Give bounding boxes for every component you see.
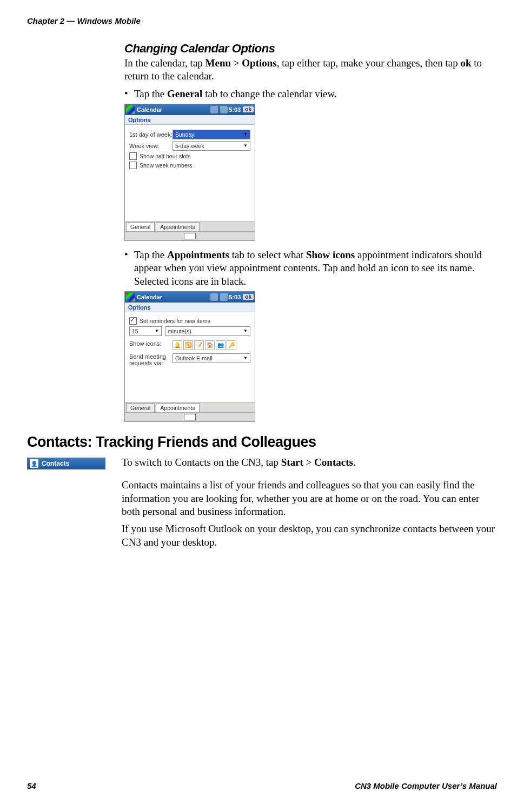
bullet-general: • Tap the General tab to change the cale… bbox=[124, 88, 497, 100]
ok-button[interactable]: ok bbox=[243, 294, 254, 300]
recurring-icon[interactable]: 🔁 bbox=[183, 340, 193, 350]
chevron-down-icon: ▼ bbox=[155, 328, 159, 333]
text: > bbox=[303, 457, 314, 468]
location-icon[interactable]: 🏠 bbox=[205, 340, 215, 350]
clock: 5:03 bbox=[229, 294, 241, 300]
chevron-down-icon: ▼ bbox=[243, 328, 248, 333]
connectivity-icon[interactable] bbox=[210, 293, 218, 301]
bullet-icon: • bbox=[124, 249, 134, 288]
bullet-icon: • bbox=[124, 88, 134, 100]
contacts-p3: If you use Microsoft Outlook on your des… bbox=[122, 522, 497, 549]
contacts-p2: Contacts maintains a list of your friend… bbox=[122, 479, 497, 518]
connectivity-icon[interactable] bbox=[210, 106, 218, 113]
checkbox-icon[interactable] bbox=[129, 162, 137, 169]
text: > bbox=[231, 57, 242, 69]
screenshot-general-tab: Calendar 5:03 ok Options 1st day of week… bbox=[124, 104, 255, 241]
contacts-p1: To switch to Contacts on the CN3, tap St… bbox=[122, 456, 497, 469]
text: tab to select what bbox=[229, 249, 306, 260]
screen-subtitle: Options bbox=[125, 303, 255, 312]
week-view-label: Week view: bbox=[129, 143, 173, 149]
bullet-appointments: • Tap the Appointments tab to select wha… bbox=[124, 249, 497, 288]
reminder-value-select[interactable]: 15▼ bbox=[129, 326, 162, 336]
text: Tap the bbox=[134, 88, 167, 99]
tab-appointments[interactable]: Appointments bbox=[156, 222, 199, 231]
half-hour-label: Show half hour slots bbox=[140, 153, 191, 159]
first-day-value: Sunday bbox=[175, 131, 195, 138]
tab-appointments[interactable]: Appointments bbox=[156, 403, 199, 412]
app-title: Calendar bbox=[137, 294, 162, 300]
section-title-contacts: Contacts: Tracking Friends and Colleague… bbox=[27, 434, 497, 451]
first-day-select[interactable]: Sunday▼ bbox=[173, 130, 250, 139]
sip-bar[interactable] bbox=[125, 231, 255, 240]
start-word: Start bbox=[281, 457, 303, 468]
contacts-icon-label: Contacts bbox=[42, 460, 69, 467]
reminder-unit: minute(s) bbox=[168, 328, 191, 334]
contacts-menu-item[interactable]: 👤 Contacts bbox=[27, 458, 105, 469]
send-via-value: Outlook E-mail bbox=[175, 355, 213, 361]
titlebar: Calendar 5:03 ok bbox=[125, 104, 255, 115]
tab-general[interactable]: General bbox=[126, 222, 155, 231]
section-title-changing-options: Changing Calendar Options bbox=[124, 42, 497, 56]
week-view-value: 5-day week bbox=[175, 143, 204, 149]
start-icon[interactable] bbox=[126, 105, 135, 114]
week-numbers-checkbox-row[interactable]: Show week numbers bbox=[129, 162, 250, 169]
keyboard-icon[interactable] bbox=[184, 233, 196, 239]
options-word: Options bbox=[242, 57, 276, 69]
titlebar: Calendar 5:03 ok bbox=[125, 292, 255, 303]
contacts-word: Contacts bbox=[314, 457, 353, 468]
text: tab to change the calendar view. bbox=[202, 88, 336, 99]
volume-icon[interactable] bbox=[220, 106, 228, 113]
private-icon[interactable]: 🔑 bbox=[227, 340, 236, 350]
set-reminders-label: Set reminders for new items bbox=[140, 318, 210, 324]
chapter-header: Chapter 2 — Windows Mobile bbox=[27, 16, 497, 25]
general-word: General bbox=[167, 88, 202, 99]
appointments-word: Appointments bbox=[167, 249, 229, 260]
chevron-down-icon: ▼ bbox=[243, 355, 248, 360]
screenshot-appointments-tab: Calendar 5:03 ok Options Set reminders f… bbox=[124, 291, 255, 422]
tab-general[interactable]: General bbox=[126, 403, 155, 412]
keyboard-icon[interactable] bbox=[184, 414, 196, 420]
attendees-icon[interactable]: 👥 bbox=[216, 340, 225, 350]
chevron-down-icon: ▼ bbox=[243, 143, 248, 148]
text: . bbox=[353, 457, 356, 468]
contacts-icon: 👤 bbox=[30, 459, 38, 468]
ok-button[interactable]: ok bbox=[243, 106, 254, 112]
first-day-label: 1st day of week: bbox=[129, 131, 173, 138]
send-label-2: requests via: bbox=[129, 360, 163, 366]
chevron-down-icon: ▼ bbox=[243, 132, 248, 137]
volume-icon[interactable] bbox=[220, 293, 228, 301]
week-numbers-label: Show week numbers bbox=[140, 162, 192, 169]
text: To switch to Contacts on the CN3, tap bbox=[122, 457, 281, 468]
checkbox-icon[interactable] bbox=[129, 152, 137, 160]
checkbox-icon[interactable] bbox=[129, 317, 137, 325]
text: In the calendar, tap bbox=[124, 57, 205, 69]
week-view-select[interactable]: 5-day week▼ bbox=[173, 141, 250, 151]
page-number: 54 bbox=[27, 781, 36, 790]
send-label-1: Send meeting bbox=[129, 353, 166, 360]
send-via-select[interactable]: Outlook E-mail▼ bbox=[173, 353, 250, 363]
manual-title: CN3 Mobile Computer User’s Manual bbox=[355, 781, 497, 790]
reminder-icon[interactable]: 🔔 bbox=[173, 340, 182, 350]
menu-word: Menu bbox=[205, 57, 231, 69]
sip-bar[interactable] bbox=[125, 412, 255, 421]
half-hour-checkbox-row[interactable]: Show half hour slots bbox=[129, 152, 250, 160]
start-icon[interactable] bbox=[126, 293, 135, 301]
show-icons-label: Show icons: bbox=[129, 340, 173, 347]
text: Tap the bbox=[134, 249, 167, 260]
intro-paragraph: In the calendar, tap Menu > Options, tap… bbox=[124, 57, 497, 83]
icon-selector[interactable]: 🔔 🔁 📝 🏠 👥 🔑 bbox=[173, 340, 236, 350]
reminder-value: 15 bbox=[132, 328, 138, 334]
show-icons-word: Show icons bbox=[306, 249, 355, 260]
ok-word: ok bbox=[461, 57, 472, 69]
text: , tap either tap, make your changes, the… bbox=[277, 57, 461, 69]
clock: 5:03 bbox=[229, 106, 241, 113]
set-reminders-row[interactable]: Set reminders for new items bbox=[129, 317, 250, 325]
reminder-unit-select[interactable]: minute(s)▼ bbox=[165, 326, 250, 336]
note-icon[interactable]: 📝 bbox=[194, 340, 204, 350]
app-title: Calendar bbox=[137, 106, 162, 113]
screen-subtitle: Options bbox=[125, 115, 255, 125]
